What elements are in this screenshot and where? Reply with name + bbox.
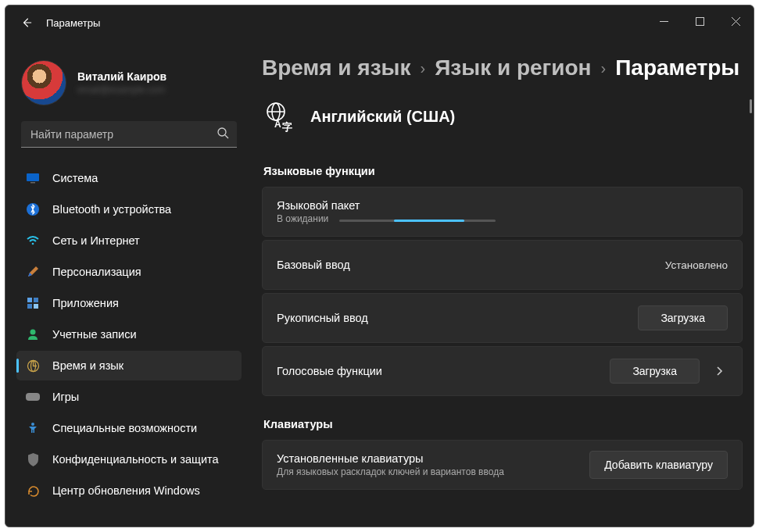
svg-line-5: [225, 135, 228, 138]
display-icon: [26, 171, 40, 185]
profile-block[interactable]: Виталий Каиров email@example.com: [16, 40, 242, 121]
back-button[interactable]: [13, 9, 40, 36]
sidebar-item-personalization[interactable]: Персонализация: [16, 257, 242, 287]
sidebar-item-label: Учетные записи: [52, 328, 137, 341]
chevron-right-icon: ›: [421, 59, 426, 77]
section-title-features: Языковые функции: [263, 165, 743, 177]
sidebar-item-label: Специальные возможности: [52, 422, 197, 434]
bluetooth-icon: [26, 202, 40, 216]
keyboards-title: Установленные клавиатуры: [277, 452, 504, 465]
sidebar-item-time-language[interactable]: Время и язык: [16, 351, 242, 380]
feature-title: Базовый ввод: [277, 259, 350, 271]
card-installed-keyboards[interactable]: Установленные клавиатуры Для языковых ра…: [262, 440, 743, 490]
svg-rect-11: [34, 298, 38, 302]
sidebar-item-accounts[interactable]: Учетные записи: [16, 320, 242, 349]
apps-icon: [26, 296, 40, 310]
feature-status: Установлено: [665, 259, 728, 271]
scrollbar[interactable]: [750, 99, 752, 113]
update-icon: [26, 484, 40, 498]
svg-rect-6: [27, 173, 39, 181]
chevron-right-icon[interactable]: [711, 362, 728, 380]
sidebar-item-network[interactable]: Сеть и Интернет: [16, 226, 242, 255]
sidebar-item-bluetooth[interactable]: Bluetooth и устройства: [16, 195, 242, 224]
sidebar-nav: Система Bluetooth и устройства Сеть и Ин…: [16, 163, 242, 505]
svg-point-17: [31, 423, 34, 426]
globe-clock-icon: [26, 359, 40, 373]
person-icon: [26, 327, 40, 341]
add-keyboard-button[interactable]: Добавить клавиатуру: [589, 451, 728, 479]
svg-text:A: A: [274, 119, 281, 130]
breadcrumb: Время и язык › Язык и регион › Параметры: [262, 55, 743, 80]
language-globe-icon: A 字: [262, 99, 296, 134]
wifi-icon: [26, 234, 40, 248]
progress-bar: [339, 220, 496, 222]
sidebar-item-label: Сеть и Интернет: [52, 234, 140, 247]
svg-point-4: [218, 128, 226, 136]
breadcrumb-time-language[interactable]: Время и язык: [262, 55, 411, 80]
main-content: Время и язык › Язык и регион › Параметры…: [248, 40, 754, 527]
download-button[interactable]: Загрузка: [610, 359, 700, 384]
svg-point-14: [30, 330, 36, 335]
keyboards-subtitle: Для языковых раскладок ключей и варианто…: [277, 466, 504, 477]
sidebar-item-windows-update[interactable]: Центр обновления Windows: [16, 476, 242, 505]
sidebar-item-label: Центр обновления Windows: [52, 484, 200, 497]
accessibility-icon: [26, 421, 40, 435]
feature-title: Языковой пакет: [277, 199, 496, 212]
sidebar-item-label: Приложения: [52, 297, 119, 309]
language-name: Английский (США): [310, 108, 455, 126]
svg-rect-12: [27, 304, 32, 309]
paintbrush-icon: [26, 265, 40, 279]
titlebar: Параметры: [5, 5, 754, 40]
user-name: Виталий Каиров: [77, 70, 166, 83]
download-button[interactable]: Загрузка: [638, 305, 728, 330]
sidebar-item-system[interactable]: Система: [16, 163, 242, 193]
search-input[interactable]: [21, 121, 237, 148]
window-controls: [646, 5, 754, 37]
svg-rect-7: [30, 182, 35, 184]
feature-status: В ожидании: [277, 213, 328, 224]
close-button[interactable]: [718, 5, 754, 37]
breadcrumb-language-region[interactable]: Язык и регион: [435, 55, 591, 80]
sidebar-item-label: Игры: [52, 391, 79, 403]
card-voice[interactable]: Голосовые функции Загрузка: [262, 346, 743, 396]
section-title-keyboards: Клавиатуры: [263, 418, 743, 430]
user-email: email@example.com: [77, 84, 166, 95]
sidebar-item-label: Система: [52, 172, 98, 184]
sidebar: Виталий Каиров email@example.com Си: [5, 40, 248, 527]
feature-title: Рукописный ввод: [277, 312, 368, 324]
svg-rect-10: [27, 298, 32, 302]
svg-text:字: 字: [282, 121, 292, 132]
sidebar-item-accessibility[interactable]: Специальные возможности: [16, 413, 242, 443]
sidebar-item-privacy[interactable]: Конфиденциальность и защита: [16, 445, 242, 474]
gamepad-icon: [26, 390, 40, 404]
sidebar-item-label: Конфиденциальность и защита: [52, 453, 219, 466]
breadcrumb-current: Параметры: [615, 55, 739, 80]
svg-point-9: [32, 243, 34, 245]
avatar: [21, 60, 66, 105]
sidebar-item-label: Bluetooth и устройства: [52, 203, 171, 216]
sidebar-item-apps[interactable]: Приложения: [16, 288, 242, 318]
card-handwriting[interactable]: Рукописный ввод Загрузка: [262, 293, 743, 343]
chevron-right-icon: ›: [601, 59, 607, 77]
card-language-pack[interactable]: Языковой пакет В ожидании: [262, 187, 743, 237]
language-header: A 字 Английский (США): [262, 99, 743, 134]
window-title: Параметры: [46, 17, 100, 29]
feature-title: Голосовые функции: [277, 365, 382, 377]
minimize-button[interactable]: [646, 5, 682, 37]
shield-icon: [26, 452, 40, 466]
maximize-button[interactable]: [682, 5, 718, 37]
sidebar-item-label: Время и язык: [52, 359, 124, 372]
sidebar-item-gaming[interactable]: Игры: [16, 382, 242, 412]
svg-rect-1: [696, 17, 704, 25]
card-basic-input[interactable]: Базовый ввод Установлено: [262, 240, 743, 290]
settings-window: Параметры Виталий Каиров email@example.c…: [5, 5, 754, 527]
svg-rect-13: [34, 304, 38, 309]
search-box[interactable]: [21, 121, 237, 148]
sidebar-item-label: Персонализация: [52, 266, 141, 278]
search-icon: [217, 127, 229, 141]
